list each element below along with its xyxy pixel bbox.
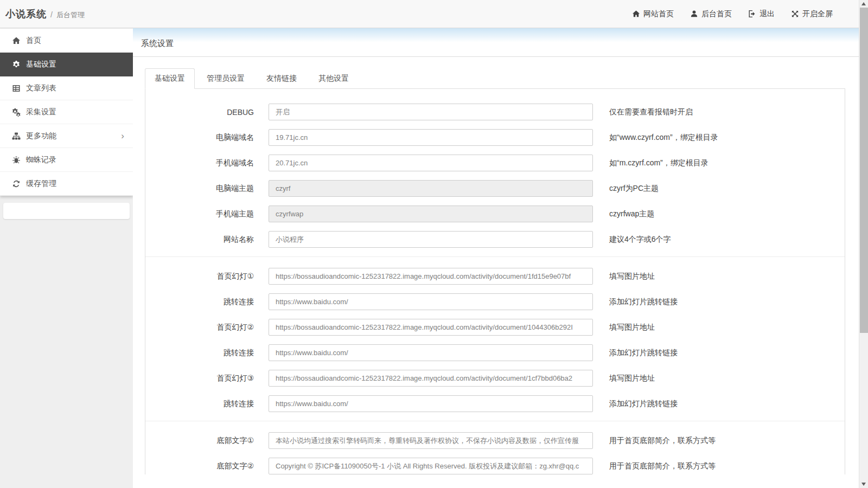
top-header: 小说系统 / 后台管理 网站首页 后台首页 退出 开启全屏 bbox=[0, 0, 859, 28]
sidebar-panel-box bbox=[3, 203, 130, 219]
field-label: 首页幻灯② bbox=[145, 323, 254, 332]
vertical-scrollbar[interactable] bbox=[859, 0, 868, 488]
header-nav: 网站首页 后台首页 退出 开启全屏 bbox=[632, 9, 833, 19]
footer-text1-input[interactable] bbox=[269, 432, 593, 449]
tab-other-settings[interactable]: 其他设置 bbox=[309, 68, 359, 89]
field-hint: 填写图片地址 bbox=[609, 272, 655, 281]
cogs-icon bbox=[12, 108, 21, 117]
field-hint: czyrfwap主题 bbox=[609, 209, 654, 219]
field-label: 首页幻灯① bbox=[145, 272, 254, 281]
user-icon bbox=[690, 10, 698, 18]
nav-logout-label: 退出 bbox=[760, 9, 775, 19]
sidebar-item-label: 更多功能 bbox=[26, 131, 116, 141]
form-row: 首页幻灯② 填写图片地址 bbox=[145, 319, 845, 336]
site-name-input[interactable] bbox=[269, 231, 593, 248]
slide1-url-input[interactable] bbox=[269, 268, 593, 285]
brand-area: 小说系统 / 后台管理 bbox=[5, 8, 85, 21]
fullscreen-icon bbox=[791, 10, 799, 18]
tab-admin-settings[interactable]: 管理员设置 bbox=[197, 68, 254, 89]
sign-out-icon bbox=[748, 10, 756, 18]
nav-fullscreen[interactable]: 开启全屏 bbox=[791, 9, 833, 19]
field-label: 首页幻灯③ bbox=[145, 374, 254, 383]
slide2-link-input[interactable] bbox=[269, 344, 593, 361]
field-label: 手机端主题 bbox=[145, 209, 254, 219]
nav-admin-home[interactable]: 后台首页 bbox=[690, 9, 732, 19]
sidebar-item-more-features[interactable]: 更多功能 › bbox=[0, 124, 133, 148]
footer-text2-input[interactable] bbox=[269, 458, 593, 474]
slide2-url-input[interactable] bbox=[269, 319, 593, 336]
form-row: 电脑端主题 czyrf为PC主题 bbox=[145, 180, 845, 197]
field-label: 跳转连接 bbox=[145, 348, 254, 358]
field-hint: 添加幻灯片跳转链接 bbox=[609, 348, 678, 358]
slide1-link-input[interactable] bbox=[269, 293, 593, 310]
sidebar-item-cache-management[interactable]: 缓存管理 bbox=[0, 172, 133, 196]
field-label: 电脑端主题 bbox=[145, 184, 254, 194]
app-title: 小说系统 bbox=[5, 8, 47, 21]
slide3-url-input[interactable] bbox=[269, 370, 593, 387]
tabs-area: 基础设置 管理员设置 友情链接 其他设置 DEBUG 仅在需要查看报错时开启 电… bbox=[145, 68, 845, 474]
field-label: 手机端域名 bbox=[145, 158, 254, 168]
field-label: 跳转连接 bbox=[145, 297, 254, 307]
field-hint: 如“m.czyrf.com”，绑定根目录 bbox=[609, 158, 709, 168]
scroll-down-arrow-icon bbox=[861, 483, 866, 486]
sidebar-item-home[interactable]: 首页 bbox=[0, 29, 133, 53]
form-row: 跳转连接 添加幻灯片跳转链接 bbox=[145, 344, 845, 361]
field-label: 底部文字① bbox=[145, 436, 254, 446]
field-label: 电脑端域名 bbox=[145, 133, 254, 143]
sidebar-item-label: 蜘蛛记录 bbox=[26, 155, 56, 165]
scroll-down-button[interactable] bbox=[859, 480, 868, 488]
mobile-domain-input[interactable] bbox=[269, 155, 593, 171]
field-hint: 如“www.czyrf.com”，绑定根目录 bbox=[609, 133, 718, 143]
section-divider bbox=[145, 421, 845, 421]
nav-logout[interactable]: 退出 bbox=[748, 9, 775, 19]
tab-bar: 基础设置 管理员设置 友情链接 其他设置 bbox=[145, 68, 845, 89]
sitemap-icon bbox=[12, 132, 21, 140]
refresh-icon bbox=[12, 179, 21, 188]
scroll-up-button[interactable] bbox=[859, 0, 868, 8]
page-title: 系统设置 bbox=[133, 28, 859, 57]
field-hint: 填写图片地址 bbox=[609, 374, 655, 383]
field-hint: czyrf为PC主题 bbox=[609, 184, 659, 194]
settings-form: DEBUG 仅在需要查看报错时开启 电脑端域名 如“www.czyrf.com”… bbox=[145, 89, 845, 474]
field-hint: 用于首页底部简介，联系方式等 bbox=[609, 461, 716, 471]
chevron-right-icon: › bbox=[121, 131, 124, 140]
field-hint: 用于首页底部简介，联系方式等 bbox=[609, 436, 716, 446]
pc-theme-input bbox=[269, 180, 593, 197]
field-hint: 填写图片地址 bbox=[609, 323, 655, 332]
breadcrumb-separator: / bbox=[50, 10, 53, 19]
sidebar-item-label: 首页 bbox=[26, 36, 41, 46]
field-label: 网站名称 bbox=[145, 235, 254, 245]
sidebar-item-collect-settings[interactable]: 采集设置 bbox=[0, 100, 133, 124]
pc-domain-input[interactable] bbox=[269, 129, 593, 146]
field-label: DEBUG bbox=[145, 108, 254, 117]
home-icon bbox=[632, 10, 640, 18]
form-row: 首页幻灯① 填写图片地址 bbox=[145, 268, 845, 285]
sidebar-item-spider-log[interactable]: 蜘蛛记录 bbox=[0, 148, 133, 172]
scroll-up-arrow-icon bbox=[861, 2, 866, 5]
tab-friend-links[interactable]: 友情链接 bbox=[257, 68, 307, 89]
sidebar-item-label: 采集设置 bbox=[26, 107, 56, 117]
sidebar-item-basic-settings[interactable]: 基础设置 bbox=[0, 53, 133, 76]
tab-basic-settings[interactable]: 基础设置 bbox=[145, 68, 195, 89]
section-divider bbox=[145, 256, 845, 257]
slide3-link-input[interactable] bbox=[269, 395, 593, 412]
field-label: 跳转连接 bbox=[145, 399, 254, 409]
field-hint: 添加幻灯片跳转链接 bbox=[609, 399, 678, 409]
nav-admin-home-label: 后台首页 bbox=[701, 9, 732, 19]
form-row: 电脑端域名 如“www.czyrf.com”，绑定根目录 bbox=[145, 129, 845, 146]
nav-site-home[interactable]: 网站首页 bbox=[632, 9, 674, 19]
debug-input[interactable] bbox=[269, 104, 593, 120]
sidebar-item-article-list[interactable]: 文章列表 bbox=[0, 76, 133, 100]
form-row: 底部文字① 用于首页底部简介，联系方式等 bbox=[145, 432, 845, 449]
gear-icon bbox=[12, 60, 21, 69]
scrollbar-thumb[interactable] bbox=[860, 8, 868, 333]
field-hint: 仅在需要查看报错时开启 bbox=[609, 107, 693, 117]
nav-site-home-label: 网站首页 bbox=[643, 9, 674, 19]
sidebar-menu: 首页 基础设置 文章列表 采集设置 更多功能 › 蜘蛛记录 bbox=[0, 29, 133, 196]
sidebar-item-label: 文章列表 bbox=[26, 84, 56, 93]
form-row: 跳转连接 添加幻灯片跳转链接 bbox=[145, 293, 845, 310]
nav-fullscreen-label: 开启全屏 bbox=[802, 9, 833, 19]
form-row: DEBUG 仅在需要查看报错时开启 bbox=[145, 104, 845, 120]
sidebar-item-label: 缓存管理 bbox=[26, 179, 56, 189]
form-row: 手机端域名 如“m.czyrf.com”，绑定根目录 bbox=[145, 155, 845, 171]
